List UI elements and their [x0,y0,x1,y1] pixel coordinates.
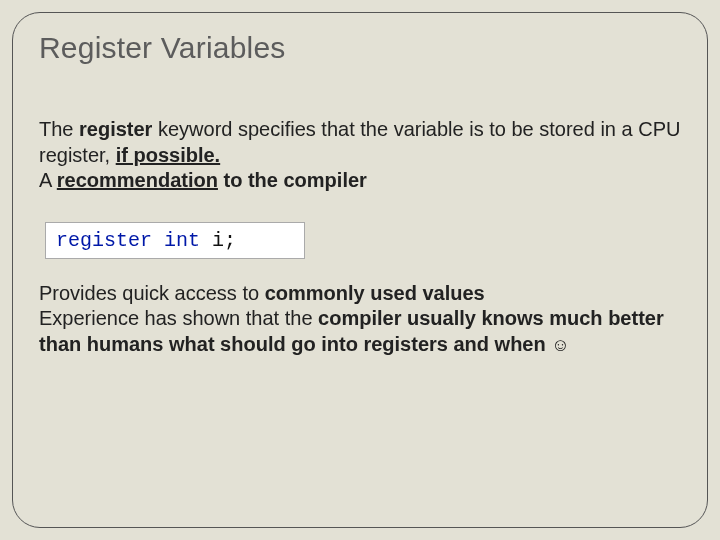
p1-ifpossible-underline: if possible. [116,144,220,166]
p1-text-1: The [39,118,79,140]
paragraph-2: Provides quick access to commonly used v… [39,281,681,358]
smiley-icon: ☺ [551,335,569,355]
code-box: register int i; [45,222,305,259]
p1-register-bold: register [79,118,152,140]
code-keyword-register: register [56,229,152,252]
code-keyword-int: int [164,229,200,252]
p2-text-1: Provides quick access to [39,282,265,304]
p1-ifpossible-bold: if possible. [116,144,220,166]
code-rest: i; [200,229,236,252]
p1-text-7: to the compiler [218,169,367,191]
p1-recommendation-underline: recommendation [57,169,218,191]
p2-text-3: Experience has shown that the [39,307,318,329]
p1-text-5: A [39,169,57,191]
slide-title: Register Variables [39,31,681,65]
p2-commonly-bold: commonly used values [265,282,485,304]
slide-frame: Register Variables The register keyword … [12,12,708,528]
paragraph-1: The register keyword specifies that the … [39,117,681,194]
p1-recommendation-bold: recommendation [57,169,218,191]
